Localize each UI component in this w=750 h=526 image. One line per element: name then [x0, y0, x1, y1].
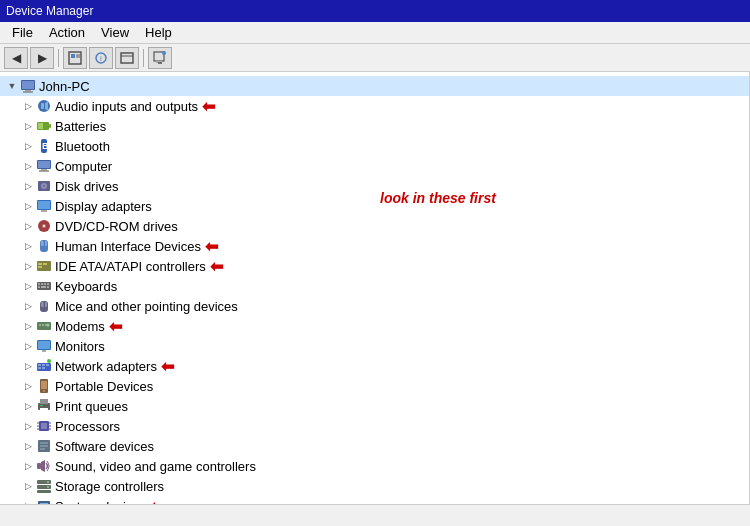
- svg-rect-76: [40, 399, 48, 404]
- processors-expand[interactable]: ▷: [20, 418, 36, 434]
- tree-item-dvd[interactable]: ▷ DVD/CD-ROM drives: [0, 216, 749, 236]
- monitors-expand[interactable]: ▷: [20, 338, 36, 354]
- processors-icon: [36, 418, 52, 434]
- svg-rect-1: [71, 54, 75, 58]
- hid-expand[interactable]: ▷: [20, 238, 36, 254]
- tree-item-audio[interactable]: ▷ Audio inputs and outputs ⬅: [0, 96, 749, 116]
- sound-expand[interactable]: ▷: [20, 458, 36, 474]
- svg-rect-42: [38, 263, 42, 265]
- main-area: ▼ John-PC ▷: [0, 72, 750, 504]
- forward-button[interactable]: ▶: [30, 47, 54, 69]
- svg-point-95: [47, 481, 49, 483]
- scan-button[interactable]: [148, 47, 172, 69]
- bluetooth-expand[interactable]: ▷: [20, 138, 36, 154]
- tree-item-portable[interactable]: ▷ Portable Devices: [0, 376, 749, 396]
- tree-item-computer[interactable]: ▷ Computer: [0, 156, 749, 176]
- dvd-expand[interactable]: ▷: [20, 218, 36, 234]
- portable-label: Portable Devices: [55, 379, 153, 394]
- tree-root[interactable]: ▼ John-PC: [0, 76, 749, 96]
- tree-item-bluetooth[interactable]: ▷ B Bluetooth: [0, 136, 749, 156]
- tree-item-software[interactable]: ▷ Software devices: [0, 436, 749, 456]
- tree-item-modems[interactable]: ▷ Modems ⬅: [0, 316, 749, 336]
- menu-help[interactable]: Help: [137, 23, 180, 42]
- ide-label: IDE ATA/ATAPI controllers: [55, 259, 206, 274]
- tree-item-system[interactable]: ▷ System devices ⬅: [0, 496, 749, 504]
- modems-expand[interactable]: ▷: [20, 318, 36, 334]
- network-label: Network adapters: [55, 359, 157, 374]
- tree-item-ide[interactable]: ▷ IDE ATA/ATAPI controllers ⬅: [0, 256, 749, 276]
- mice-expand[interactable]: ▷: [20, 298, 36, 314]
- svg-rect-73: [41, 381, 47, 389]
- svg-rect-68: [46, 364, 49, 366]
- tree-item-display[interactable]: ▷ Display adapters: [0, 196, 749, 216]
- svg-rect-51: [41, 286, 46, 288]
- back-button[interactable]: ◀: [4, 47, 28, 69]
- properties-button[interactable]: [63, 47, 87, 69]
- print-expand[interactable]: ▷: [20, 398, 36, 414]
- hid-arrow: ⬅: [205, 237, 218, 256]
- batteries-icon: [36, 118, 52, 134]
- root-icon: [20, 78, 36, 94]
- svg-rect-70: [42, 367, 45, 369]
- svg-rect-44: [38, 266, 42, 268]
- display-expand[interactable]: ▷: [20, 198, 36, 214]
- processors-label: Processors: [55, 419, 120, 434]
- svg-point-61: [47, 324, 50, 327]
- tree-item-print[interactable]: ▷ Print queues: [0, 396, 749, 416]
- audio-expand[interactable]: ▷: [20, 98, 36, 114]
- portable-expand[interactable]: ▷: [20, 378, 36, 394]
- tree-item-storage[interactable]: ▷ Storage controllers: [0, 476, 749, 496]
- tree-item-hid[interactable]: ▷ Human Interface Devices ⬅: [0, 236, 749, 256]
- storage-expand[interactable]: ▷: [20, 478, 36, 494]
- menu-view[interactable]: View: [93, 23, 137, 42]
- computer-expand[interactable]: ▷: [20, 158, 36, 174]
- svg-rect-49: [47, 283, 49, 285]
- svg-rect-21: [38, 123, 43, 129]
- svg-rect-33: [41, 210, 47, 212]
- disk-expand[interactable]: ▷: [20, 178, 36, 194]
- tree-item-processors[interactable]: ▷ Processors: [0, 416, 749, 436]
- tree-item-disk[interactable]: ▷ Disk drives: [0, 176, 749, 196]
- tree-item-sound[interactable]: ▷ Sound, video and game controllers: [0, 456, 749, 476]
- root-expand[interactable]: ▼: [4, 78, 20, 94]
- svg-rect-18: [41, 103, 44, 109]
- menu-file[interactable]: File: [4, 23, 41, 42]
- tree-item-network[interactable]: ▷ Network adapters ⬅: [0, 356, 749, 376]
- tree-item-monitors[interactable]: ▷ Monitors: [0, 336, 749, 356]
- svg-rect-39: [45, 241, 47, 246]
- print-label: Print queues: [55, 399, 128, 414]
- svg-rect-64: [42, 350, 46, 352]
- uninstall-button[interactable]: [115, 47, 139, 69]
- menu-action[interactable]: Action: [41, 23, 93, 42]
- svg-rect-20: [49, 124, 51, 128]
- title-text: Device Manager: [6, 4, 93, 18]
- update-button[interactable]: i: [89, 47, 113, 69]
- svg-rect-91: [37, 463, 41, 469]
- svg-text:B: B: [42, 141, 49, 151]
- mice-icon: [36, 298, 52, 314]
- audio-icon: [36, 98, 52, 114]
- batteries-label: Batteries: [55, 119, 106, 134]
- svg-rect-77: [40, 408, 48, 412]
- svg-rect-32: [38, 201, 50, 209]
- keyboards-label: Keyboards: [55, 279, 117, 294]
- system-expand[interactable]: ▷: [20, 498, 36, 504]
- tree-item-mice[interactable]: ▷ Mice and other pointing devices: [0, 296, 749, 316]
- svg-rect-6: [121, 53, 133, 63]
- software-expand[interactable]: ▷: [20, 438, 36, 454]
- ide-arrow: ⬅: [210, 257, 223, 276]
- svg-rect-14: [22, 81, 34, 89]
- tree-item-keyboards[interactable]: ▷ Keyboards: [0, 276, 749, 296]
- storage-label: Storage controllers: [55, 479, 164, 494]
- tree-panel[interactable]: ▼ John-PC ▷: [0, 72, 750, 504]
- tree-item-batteries[interactable]: ▷ Batteries: [0, 116, 749, 136]
- svg-rect-78: [40, 405, 43, 406]
- system-label: System devices: [55, 499, 146, 505]
- batteries-expand[interactable]: ▷: [20, 118, 36, 134]
- modems-arrow: ⬅: [109, 317, 122, 336]
- network-icon: [36, 358, 52, 374]
- keyboards-expand[interactable]: ▷: [20, 278, 36, 294]
- system-arrow: ⬅: [150, 497, 163, 505]
- network-expand[interactable]: ▷: [20, 358, 36, 374]
- ide-expand[interactable]: ▷: [20, 258, 36, 274]
